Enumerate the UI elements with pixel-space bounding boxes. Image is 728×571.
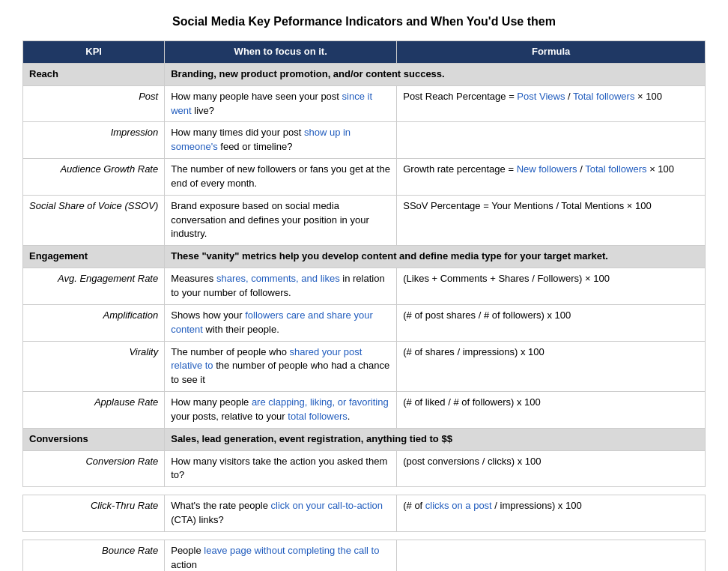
formula-cell: (# of post shares / # of followers) x 10…: [397, 304, 706, 341]
when-cell: The number of people who shared your pos…: [165, 341, 397, 392]
formula-cell: [397, 122, 706, 159]
kpi-name-cell: Click-Thru Rate: [23, 495, 165, 532]
table-row: ViralityThe number of people who shared …: [23, 341, 706, 392]
kpi-name-cell: Post: [23, 85, 165, 122]
formula-cell: Growth rate percentage = New followers /…: [397, 159, 706, 196]
spacer-row: [23, 531, 706, 540]
when-cell: Brand exposure based on social media con…: [165, 195, 397, 246]
when-cell: The number of new followers or fans you …: [165, 159, 397, 196]
section-header-row: EngagementThese "vanity" metrics help yo…: [23, 246, 706, 268]
when-cell: Shows how your followers care and share …: [165, 304, 397, 341]
section-desc: These "vanity" metrics help you develop …: [165, 246, 706, 268]
table-row: Audience Growth RateThe number of new fo…: [23, 159, 706, 196]
table-row: Conversion RateHow many visitors take th…: [23, 450, 706, 487]
formula-cell: (Likes + Comments + Shares / Followers) …: [397, 268, 706, 305]
kpi-name-cell: Applause Rate: [23, 392, 165, 429]
table-row: PostHow many people have seen your post …: [23, 85, 706, 122]
table-row: Bounce RatePeople leave page without com…: [23, 540, 706, 571]
section-name: Reach: [23, 63, 165, 85]
section-header-row: ReachBranding, new product promotion, an…: [23, 63, 706, 85]
kpi-name-cell: Social Share of Voice (SSOV): [23, 195, 165, 246]
table-row: Click-Thru RateWhat's the rate people cl…: [23, 495, 706, 532]
when-cell: How many visitors take the action you as…: [165, 450, 397, 487]
formula-cell: [397, 540, 706, 571]
formula-cell: (post conversions / clicks) x 100: [397, 450, 706, 487]
kpi-name-cell: Avg. Engagement Rate: [23, 268, 165, 305]
when-cell: People leave page without completing the…: [165, 540, 397, 571]
when-cell: What's the rate people click on your cal…: [165, 495, 397, 532]
kpi-name-cell: Impression: [23, 122, 165, 159]
kpi-name-cell: Conversion Rate: [23, 450, 165, 487]
main-table: KPI When to focus on it. Formula ReachBr…: [22, 40, 706, 571]
section-desc: Sales, lead generation, event registrati…: [165, 428, 706, 450]
spacer-row: [23, 487, 706, 495]
kpi-name-cell: Bounce Rate: [23, 540, 165, 571]
kpi-name-cell: Virality: [23, 341, 165, 392]
table-row: Applause RateHow many people are clappin…: [23, 392, 706, 429]
when-cell: How many people are clapping, liking, or…: [165, 392, 397, 429]
table-row: Avg. Engagement RateMeasures shares, com…: [23, 268, 706, 305]
header-formula: Formula: [397, 41, 706, 64]
formula-cell: (# of shares / impressions) x 100: [397, 341, 706, 392]
table-row: AmplificationShows how your followers ca…: [23, 304, 706, 341]
when-cell: How many people have seen your post sinc…: [165, 85, 397, 122]
formula-cell: (# of clicks on a post / impressions) x …: [397, 495, 706, 532]
table-row: Social Share of Voice (SSOV)Brand exposu…: [23, 195, 706, 246]
table-row: ImpressionHow many times did your post s…: [23, 122, 706, 159]
formula-cell: (# of liked / # of followers) x 100: [397, 392, 706, 429]
formula-cell: SSoV Percentage = Your Mentions / Total …: [397, 195, 706, 246]
section-header-row: ConversionsSales, lead generation, event…: [23, 428, 706, 450]
kpi-name-cell: Amplification: [23, 304, 165, 341]
kpi-name-cell: Audience Growth Rate: [23, 159, 165, 196]
section-name: Conversions: [23, 428, 165, 450]
when-cell: Measures shares, comments, and likes in …: [165, 268, 397, 305]
formula-cell: Post Reach Percentage = Post Views / Tot…: [397, 85, 706, 122]
page-title: Social Media Key Peformance Indicators a…: [22, 15, 706, 28]
section-name: Engagement: [23, 246, 165, 268]
section-desc: Branding, new product promotion, and/or …: [165, 63, 706, 85]
when-cell: How many times did your post show up in …: [165, 122, 397, 159]
header-kpi: KPI: [23, 41, 165, 64]
header-when: When to focus on it.: [165, 41, 397, 64]
